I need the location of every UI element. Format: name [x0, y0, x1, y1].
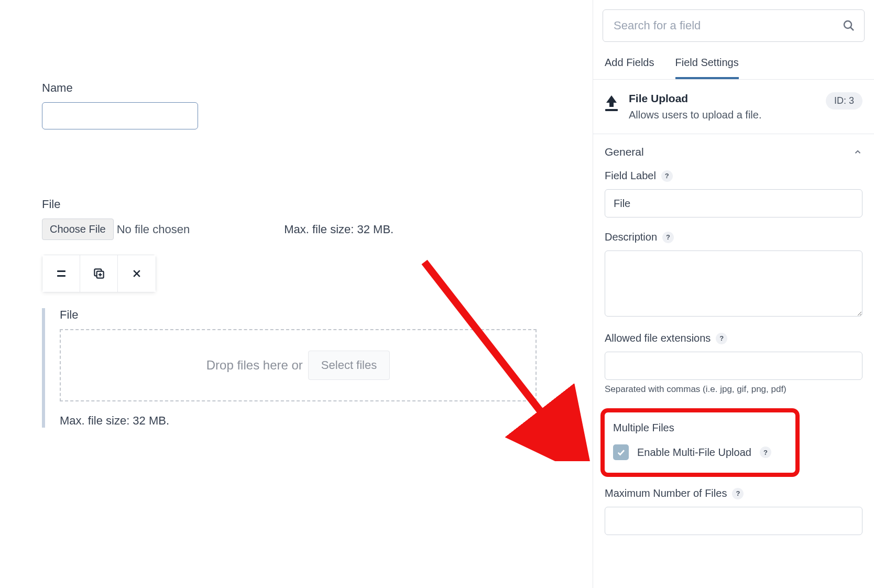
- enable-multifile-label: Enable Multi-File Upload: [637, 447, 751, 459]
- chevron-up-icon: [853, 147, 862, 157]
- file-input-row: Choose File No file chosen Max. file siz…: [42, 219, 561, 240]
- svg-line-7: [850, 27, 854, 30]
- sidebar-tabs: Add Fields Field Settings: [593, 42, 874, 80]
- help-icon[interactable]: ?: [760, 447, 771, 458]
- field-type-desc: Allows users to upload a file.: [629, 109, 815, 121]
- name-input[interactable]: [42, 102, 198, 129]
- field-id-badge: ID: 3: [826, 92, 862, 110]
- search-icon: [843, 19, 855, 32]
- name-field-group: Name: [42, 81, 561, 129]
- settings-body: Field Label ? Description ? Allowed file…: [593, 170, 874, 535]
- field-label-label: Field Label: [605, 170, 656, 182]
- field-label-input[interactable]: [605, 189, 862, 217]
- file2-label: File: [60, 308, 561, 322]
- drop-text: Drop files here or: [206, 358, 303, 373]
- check-icon: [616, 448, 626, 457]
- multiple-files-title: Multiple Files: [613, 422, 787, 434]
- select-files-button[interactable]: Select files: [308, 351, 390, 380]
- field-toolbar: [42, 255, 156, 292]
- setting-field-label: Field Label ?: [605, 170, 862, 217]
- help-icon[interactable]: ?: [662, 232, 674, 243]
- help-icon[interactable]: ?: [661, 170, 673, 182]
- choose-file-button[interactable]: Choose File: [42, 219, 114, 240]
- duplicate-button[interactable]: [80, 255, 118, 292]
- no-file-text: No file chosen: [117, 223, 190, 236]
- max-file-size-text-2: Max. file size: 32 MB.: [60, 414, 561, 428]
- drag-icon: [57, 270, 65, 277]
- form-preview: Name File Choose File No file chosen Max…: [0, 0, 593, 588]
- tab-add-fields[interactable]: Add Fields: [605, 57, 654, 79]
- search-input[interactable]: [603, 9, 865, 42]
- max-files-input[interactable]: [605, 507, 862, 535]
- dropzone[interactable]: Drop files here or Select files: [60, 329, 537, 401]
- setting-description: Description ?: [605, 231, 862, 319]
- file-upload-multi-selected[interactable]: File Drop files here or Select files Max…: [42, 308, 561, 428]
- search-field-wrap: [603, 9, 865, 42]
- help-icon[interactable]: ?: [732, 488, 744, 499]
- sidebar-panel: Add Fields Field Settings File Upload Al…: [593, 0, 874, 588]
- enable-multifile-checkbox[interactable]: [613, 444, 629, 460]
- delete-button[interactable]: [118, 255, 156, 292]
- close-icon: [132, 268, 142, 279]
- setting-extensions: Allowed file extensions ? Separated with…: [605, 332, 862, 395]
- field-type-title: File Upload: [629, 92, 815, 105]
- drag-handle[interactable]: [42, 255, 80, 292]
- accordion-title: General: [605, 146, 644, 158]
- name-label: Name: [42, 81, 561, 95]
- file1-label: File: [42, 198, 561, 211]
- extensions-hint: Separated with commas (i.e. jpg, gif, pn…: [605, 384, 862, 395]
- upload-icon: [605, 95, 618, 111]
- extensions-input[interactable]: [605, 352, 862, 380]
- setting-multiple-files-highlight: Multiple Files Enable Multi-File Upload …: [600, 408, 800, 477]
- setting-max-files: Maximum Number of Files ?: [605, 487, 862, 535]
- description-textarea[interactable]: [605, 251, 862, 317]
- max-files-label: Maximum Number of Files: [605, 487, 727, 499]
- description-label: Description: [605, 231, 657, 243]
- file-upload-single: File Choose File No file chosen Max. fil…: [42, 198, 561, 292]
- max-file-size-text: Max. file size: 32 MB.: [284, 223, 394, 236]
- extensions-label: Allowed file extensions: [605, 332, 711, 344]
- duplicate-icon: [92, 267, 106, 280]
- field-header: File Upload Allows users to upload a fil…: [593, 80, 874, 134]
- svg-point-6: [844, 21, 851, 28]
- tab-field-settings[interactable]: Field Settings: [675, 57, 739, 79]
- accordion-general[interactable]: General: [593, 134, 874, 170]
- help-icon[interactable]: ?: [716, 333, 727, 344]
